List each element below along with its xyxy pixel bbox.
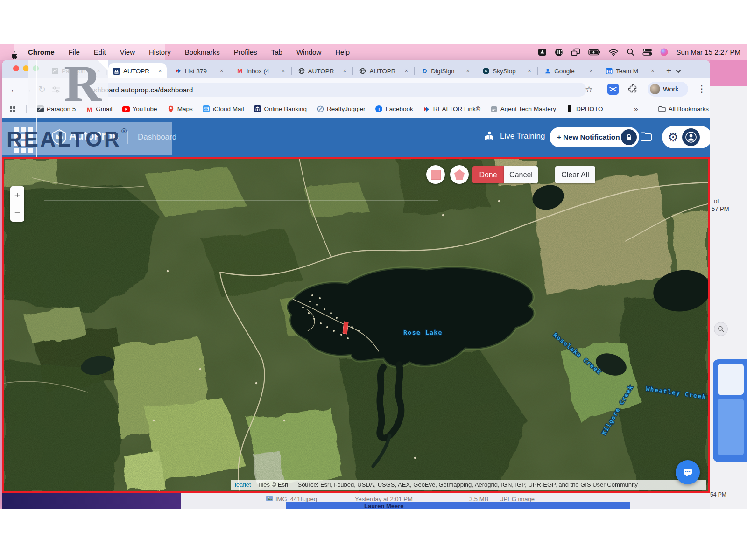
tab-google[interactable]: Google × bbox=[539, 63, 598, 78]
tab-close-icon[interactable]: × bbox=[341, 67, 348, 75]
realtyjuggler-icon bbox=[317, 105, 324, 113]
tab-close-icon[interactable]: × bbox=[649, 67, 656, 75]
map-zoom-control: + − bbox=[10, 186, 24, 222]
live-training-link[interactable]: Live Training bbox=[483, 130, 545, 142]
lock-icon bbox=[621, 129, 637, 145]
tab-autoprop-active[interactable]: AUTOPR × bbox=[108, 63, 167, 78]
tab-close-icon[interactable]: × bbox=[587, 67, 595, 75]
close-window-button[interactable] bbox=[13, 65, 19, 71]
menu-item-help[interactable]: Help bbox=[334, 48, 351, 56]
map-attribution: leaflet | Tiles © Esri — Source: Esri, i… bbox=[231, 480, 706, 490]
back-button[interactable]: ← bbox=[7, 84, 21, 95]
bookmark-online-banking[interactable]: Online Banking bbox=[254, 105, 307, 113]
screen-record-icon[interactable] bbox=[538, 48, 547, 56]
tab-skyslope[interactable]: S SkySlop × bbox=[478, 63, 536, 78]
bookmark-star-icon[interactable]: ☆ bbox=[585, 84, 593, 95]
chrome-menu-icon[interactable]: ⋮ bbox=[697, 83, 706, 94]
bookmark-realtyjuggler[interactable]: RealtyJuggler bbox=[317, 105, 366, 113]
tab-digisign[interactable]: D DigiSign × bbox=[416, 63, 474, 78]
menu-item-view[interactable]: View bbox=[119, 48, 136, 56]
bookmarks-overflow-icon[interactable]: » bbox=[634, 105, 638, 113]
agent-tech-icon bbox=[490, 105, 498, 113]
bookmark-label: Maps bbox=[177, 105, 193, 112]
bookmark-facebook[interactable]: fFacebook bbox=[375, 105, 413, 113]
draw-rectangle-button[interactable] bbox=[426, 165, 445, 184]
macos-menu-bar: Chrome File Edit View History Bookmarks … bbox=[0, 44, 747, 60]
bookmark-icloud-mail[interactable]: iCloud Mail bbox=[203, 105, 244, 113]
tab-label: DigiSign bbox=[431, 68, 461, 75]
battery-icon[interactable] bbox=[588, 49, 600, 56]
menu-item-window[interactable]: Window bbox=[296, 48, 322, 56]
address-bar[interactable]: dashboard.autoprop.ca/dashboard bbox=[78, 83, 586, 97]
menubar-extra-icon[interactable] bbox=[555, 48, 563, 56]
settings-profile-pill: ⚙ bbox=[662, 126, 710, 148]
menu-item-profiles[interactable]: Profiles bbox=[233, 48, 258, 56]
menu-clock[interactable]: Sun Mar 15 2:27 PM bbox=[676, 48, 740, 56]
tab-close-icon[interactable]: × bbox=[218, 67, 226, 75]
folder-icon[interactable] bbox=[640, 132, 652, 142]
bookmark-youtube[interactable]: YouTube bbox=[122, 105, 157, 113]
tab-inbox[interactable]: M Inbox (4 × bbox=[232, 63, 290, 78]
tab-team[interactable]: 15 Team M × bbox=[601, 63, 659, 78]
globe-favicon bbox=[359, 67, 366, 75]
tab-label: Inbox (4 bbox=[247, 68, 277, 75]
tab-close-icon[interactable]: × bbox=[464, 67, 472, 75]
bookmark-realtor-link[interactable]: REALTOR Link® bbox=[423, 105, 480, 113]
account-avatar[interactable] bbox=[682, 128, 700, 146]
realtor-r-logo: R bbox=[64, 60, 102, 108]
chat-widget-button[interactable] bbox=[676, 460, 700, 484]
live-training-icon bbox=[483, 130, 495, 142]
bookmark-label: REALTOR Link® bbox=[433, 105, 480, 112]
background-blue-bar: Lauren Meere bbox=[286, 502, 630, 509]
background-window-navy bbox=[2, 493, 181, 509]
tab-close-icon[interactable]: × bbox=[280, 67, 287, 75]
all-bookmarks-button[interactable]: All Bookmarks bbox=[658, 105, 709, 113]
attribution-text: Tiles © Esri — Source: Esri, i-cubed, US… bbox=[257, 481, 638, 488]
spotlight-search-icon[interactable] bbox=[627, 48, 634, 56]
bookmark-label: Facebook bbox=[386, 105, 413, 112]
dphoto-icon bbox=[566, 105, 573, 113]
wifi-icon[interactable] bbox=[608, 48, 619, 56]
bookmark-maps[interactable]: Maps bbox=[167, 105, 193, 113]
menu-item-file[interactable]: File bbox=[68, 48, 81, 56]
stage-manager-icon[interactable] bbox=[571, 48, 580, 56]
file-name: IMG_4418.jpeg bbox=[275, 496, 317, 503]
svg-text:15: 15 bbox=[607, 70, 611, 73]
pinned-extension-icon[interactable] bbox=[607, 84, 619, 95]
gear-icon[interactable]: ⚙ bbox=[668, 131, 678, 143]
background-bar-name: Lauren Meere bbox=[364, 503, 404, 509]
apps-grid-icon[interactable] bbox=[9, 105, 16, 113]
tab-close-icon[interactable]: × bbox=[156, 67, 164, 75]
new-notification-button[interactable]: + New Notification bbox=[550, 127, 639, 147]
menu-item-history[interactable]: History bbox=[148, 48, 172, 56]
menu-item-bookmarks[interactable]: Bookmarks bbox=[184, 48, 221, 56]
tab-autoprop-3[interactable]: AUTOPR × bbox=[354, 63, 413, 78]
profile-chip[interactable]: Work bbox=[648, 82, 688, 97]
satellite-map[interactable]: Rose Lake Roselake Creek Wheatley Creek … bbox=[4, 159, 708, 491]
control-center-icon[interactable] bbox=[642, 49, 652, 56]
bookmark-dphoto[interactable]: DPHOTO bbox=[566, 105, 603, 113]
tab-close-icon[interactable]: × bbox=[526, 67, 533, 75]
tab-list-379[interactable]: List 379 × bbox=[170, 63, 228, 78]
extensions-puzzle-icon[interactable] bbox=[628, 84, 638, 94]
menu-item-tab[interactable]: Tab bbox=[270, 48, 283, 56]
cancel-button[interactable]: Cancel bbox=[504, 166, 538, 183]
apple-menu-icon[interactable] bbox=[10, 51, 17, 60]
zoom-in-button[interactable]: + bbox=[10, 186, 24, 204]
draw-polygon-button[interactable] bbox=[450, 165, 469, 184]
tab-label: AUTOPR bbox=[369, 68, 400, 75]
done-button[interactable]: Done bbox=[472, 166, 504, 183]
tab-autoprop-2[interactable]: AUTOPR × bbox=[293, 63, 352, 78]
menu-item-chrome[interactable]: Chrome bbox=[27, 48, 56, 56]
bookmark-agent-tech-mastery[interactable]: Agent Tech Mastery bbox=[490, 105, 556, 113]
leaflet-link[interactable]: leaflet bbox=[235, 481, 251, 488]
screenshot-canvas: Chrome File Edit View History Bookmarks … bbox=[0, 0, 747, 560]
menu-item-edit[interactable]: Edit bbox=[93, 48, 107, 56]
zoom-out-button[interactable]: − bbox=[10, 204, 24, 222]
clear-all-button[interactable]: Clear All bbox=[555, 166, 595, 183]
new-tab-button[interactable]: + bbox=[662, 66, 675, 76]
folder-small-icon bbox=[658, 105, 666, 113]
tab-close-icon[interactable]: × bbox=[402, 67, 410, 75]
tab-search-chevron-icon[interactable] bbox=[675, 69, 682, 73]
siri-icon[interactable] bbox=[660, 48, 668, 56]
